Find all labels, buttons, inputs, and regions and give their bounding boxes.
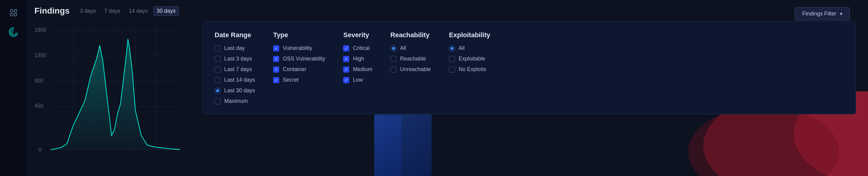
svg-rect-2 [10, 13, 13, 16]
svg-text:1800: 1800 [34, 27, 46, 33]
filter-option-unreachable[interactable]: Unreachable [391, 66, 431, 73]
filter-option-exploitability-all[interactable]: All [449, 45, 490, 51]
time-btn-14days[interactable]: 14 days [126, 7, 151, 16]
checkbox-critical[interactable] [343, 45, 349, 51]
chart-title: Findings [34, 6, 70, 16]
chart-svg: 1800 1350 900 450 0 [34, 22, 180, 161]
filter-section-title-type: Type [273, 31, 325, 39]
time-btn-30days[interactable]: 30 days [153, 6, 179, 16]
svg-rect-1 [14, 10, 17, 12]
time-filter-group: 3 days 7 days 14 days 30 days [77, 6, 179, 16]
grid-icon[interactable] [7, 6, 20, 19]
radio-last-30-days[interactable] [215, 88, 221, 94]
filter-label-unreachable: Unreachable [400, 66, 431, 73]
filter-label-last-day: Last day [224, 45, 245, 51]
filter-label-critical: Critical [353, 45, 369, 51]
filter-option-oss-vulnerability[interactable]: OSS Vulnerability [273, 56, 325, 62]
filter-option-last-7-days[interactable]: Last 7 days [215, 66, 255, 73]
checkbox-container[interactable] [273, 67, 279, 73]
svg-rect-3 [14, 13, 17, 16]
checkbox-low[interactable] [343, 77, 349, 83]
checkbox-unreachable[interactable] [391, 67, 397, 73]
filter-label-container: Container [283, 66, 306, 73]
filter-label-reachable: Reachable [400, 56, 426, 62]
checkbox-last-day[interactable] [215, 45, 221, 51]
filter-option-maximum[interactable]: Maximum [215, 98, 255, 104]
filter-option-last-14-days[interactable]: Last 14 days [215, 77, 255, 83]
filter-option-container[interactable]: Container [273, 66, 325, 73]
filter-section-title-severity: Severity [343, 31, 372, 39]
filter-label-no-exploits: No Exploits [459, 66, 486, 73]
filter-option-last-day[interactable]: Last day [215, 45, 255, 51]
filter-section-exploitability: Exploitability All Exploitable No Exploi… [449, 31, 490, 104]
checkbox-exploitable[interactable] [449, 56, 455, 62]
svg-rect-0 [10, 10, 13, 12]
filter-label-last-14-days: Last 14 days [224, 77, 255, 83]
time-btn-7days[interactable]: 7 days [101, 7, 123, 16]
right-panel: Findings Filter ▾ Date Range Last day La… [187, 0, 868, 176]
filter-option-medium[interactable]: Medium [343, 66, 372, 73]
filter-label-medium: Medium [353, 66, 372, 73]
radio-exploitability-all[interactable] [449, 45, 455, 51]
svg-text:1350: 1350 [34, 52, 46, 59]
filter-option-last-3-days[interactable]: Last 3 days [215, 56, 255, 62]
filter-label-last-3-days: Last 3 days [224, 56, 252, 62]
filter-option-no-exploits[interactable]: No Exploits [449, 66, 490, 73]
filter-section-severity: Severity Critical High Medium Low [343, 31, 372, 104]
filter-label-low: Low [353, 77, 363, 83]
checkbox-no-exploits[interactable] [449, 67, 455, 73]
svg-rect-20 [374, 103, 432, 176]
checkbox-vulnerability[interactable] [273, 45, 279, 51]
filter-button-label: Findings Filter [802, 10, 836, 17]
chart-header: Findings 3 days 7 days 14 days 30 days [34, 6, 180, 16]
chart-area: 1800 1350 900 450 0 [34, 22, 180, 161]
filter-section-title-date-range: Date Range [215, 31, 255, 39]
checkbox-last-14-days[interactable] [215, 77, 221, 83]
filter-option-secret[interactable]: Secret [273, 77, 325, 83]
filter-option-last-30-days[interactable]: Last 30 days [215, 87, 255, 94]
filter-label-high: High [353, 56, 364, 62]
checkbox-last-3-days[interactable] [215, 56, 221, 62]
checkbox-oss-vulnerability[interactable] [273, 56, 279, 62]
filter-label-exploitable: Exploitable [459, 56, 485, 62]
checkbox-medium[interactable] [343, 67, 349, 73]
chevron-down-icon: ▾ [840, 11, 842, 17]
filter-section-title-reachability: Reachability [391, 31, 431, 39]
filter-section-type: Type Vulnerability OSS Vulnerability Con… [273, 31, 325, 104]
filter-label-secret: Secret [283, 77, 299, 83]
svg-text:0: 0 [39, 146, 42, 153]
svg-text:900: 900 [34, 77, 43, 84]
filter-option-exploitable[interactable]: Exploitable [449, 56, 490, 62]
filter-option-vulnerability[interactable]: Vulnerability [273, 45, 325, 51]
filter-label-last-30-days: Last 30 days [224, 87, 255, 94]
filter-section-reachability: Reachability All Reachable Unreachable [391, 31, 431, 104]
filter-section-title-exploitability: Exploitability [449, 31, 490, 39]
svg-text:450: 450 [34, 102, 43, 109]
filter-option-reachability-all[interactable]: All [391, 45, 431, 51]
filter-label-maximum: Maximum [224, 98, 248, 104]
chart-panel: Findings 3 days 7 days 14 days 30 days 1… [27, 0, 187, 176]
checkbox-last-7-days[interactable] [215, 67, 221, 73]
filter-option-reachable[interactable]: Reachable [391, 56, 431, 62]
findings-filter-button[interactable]: Findings Filter ▾ [795, 7, 850, 20]
filter-option-critical[interactable]: Critical [343, 45, 372, 51]
filter-option-high[interactable]: High [343, 56, 372, 62]
filter-label-last-7-days: Last 7 days [224, 66, 252, 73]
checkbox-high[interactable] [343, 56, 349, 62]
filter-label-exploitability-all: All [459, 45, 465, 51]
sidebar [0, 0, 27, 176]
radio-reachability-all[interactable] [391, 45, 397, 51]
checkbox-maximum[interactable] [215, 98, 221, 104]
filter-label-vulnerability: Vulnerability [283, 45, 312, 51]
filter-label-oss-vulnerability: OSS Vulnerability [283, 56, 325, 62]
filter-label-reachability-all: All [400, 45, 406, 51]
checkbox-secret[interactable] [273, 77, 279, 83]
time-btn-3days[interactable]: 3 days [77, 7, 99, 16]
checkbox-reachable[interactable] [391, 56, 397, 62]
filter-option-low[interactable]: Low [343, 77, 372, 83]
spiral-icon[interactable] [7, 25, 20, 39]
filter-dropdown-panel: Date Range Last day Last 3 days Last 7 d… [202, 21, 856, 114]
filter-section-date-range: Date Range Last day Last 3 days Last 7 d… [215, 31, 255, 104]
